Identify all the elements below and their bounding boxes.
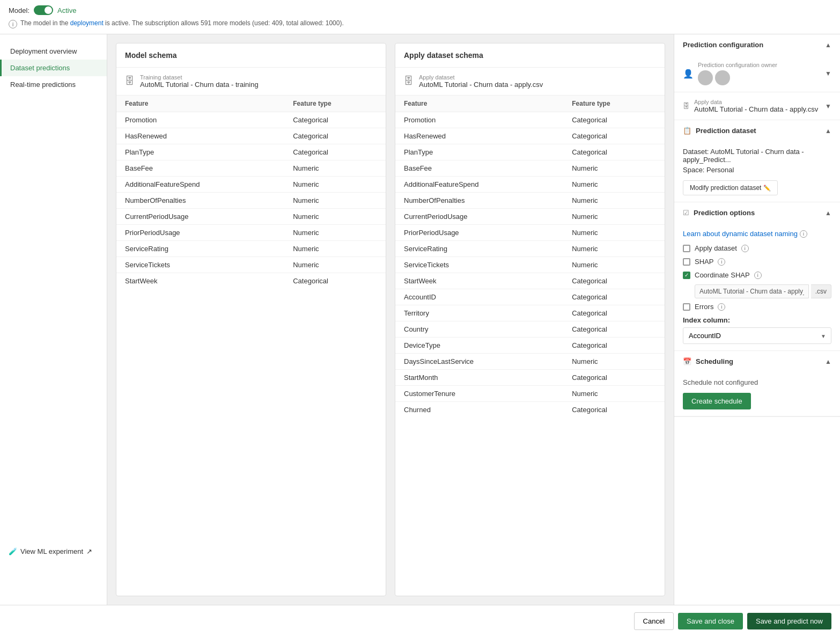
prediction-dataset-content: Dataset: AutoML Tutorial - Churn data - … [674,141,840,202]
create-schedule-button[interactable]: Create schedule [683,393,751,409]
coordinate-shap-option-label: Coordinate SHAP [695,271,750,279]
prediction-config-header[interactable]: Prediction configuration ▲ [674,34,840,55]
scheduling-header[interactable]: 📅 Scheduling ▲ [674,351,840,372]
sidebar-item-deployment-overview[interactable]: Deployment overview [0,43,107,60]
prediction-options-section: ☑ Prediction options ▲ Learn about dynam… [674,202,840,351]
apply-dataset-checkbox[interactable] [683,245,690,252]
model-status: Model: Active [9,5,831,15]
model-schema-table: Feature Feature type PromotionCategorica… [116,96,386,289]
table-row: DeviceTypeCategorical [395,338,665,354]
app-layout: Model: Active i The model in the deploym… [0,0,840,637]
prediction-dataset-chevron: ▲ [825,127,831,135]
table-row: StartWeekCategorical [395,273,665,289]
external-link-icon: ↗ [86,547,92,555]
table-row: StartWeekCategorical [116,273,386,289]
sidebar-item-dataset-predictions[interactable]: Dataset predictions [0,60,107,76]
apply-data-info: 🗄 Apply data AutoML Tutorial - Churn dat… [683,99,818,113]
prediction-config-section: Prediction configuration ▲ 👤 Prediction … [674,34,840,417]
model-active-label: Active [57,6,76,14]
prediction-options-content: Learn about dynamic dataset naming i App… [674,223,840,350]
prediction-options-header[interactable]: ☑ Prediction options ▲ [674,202,840,223]
modify-label: Modify prediction dataset [690,184,761,192]
deployment-link[interactable]: deployment [70,19,104,27]
model-schema-panel: Model schema 🗄 Training dataset AutoML T… [116,43,386,596]
errors-checkbox[interactable] [683,303,690,311]
schedule-not-configured: Schedule not configured [683,378,831,386]
errors-option-row: Errors i [683,303,831,311]
save-predict-button[interactable]: Save and predict now [747,613,831,629]
errors-info-icon[interactable]: i [718,303,725,311]
scheduling-content: Schedule not configured Create schedule [674,372,840,416]
owner-row: 👤 Prediction configuration owner ▼ [683,62,831,85]
apply-col-feature: Feature [395,96,563,112]
table-row: DaysSinceLastServiceNumeric [395,354,665,370]
apply-dataset-label: Apply dataset [419,74,543,80]
table-row: AdditionalFeatureSpendNumeric [116,177,386,193]
apply-schema-panel: Apply dataset schema 🗄 Apply dataset Aut… [395,43,665,596]
table-row: PriorPeriodUsageNumeric [116,225,386,241]
checklist-icon: ☑ [683,209,689,217]
shap-info-icon[interactable]: i [718,258,725,266]
table-row: ServiceTicketsNumeric [116,257,386,273]
model-dataset-name: AutoML Tutorial - Churn data - training [140,80,259,89]
table-row: CurrentPeriodUsageNumeric [116,209,386,225]
top-bar: Model: Active i The model in the deploym… [0,0,840,34]
prediction-dataset-line1: Dataset: AutoML Tutorial - Churn data - … [683,148,831,164]
coordinate-shap-checkbox[interactable] [683,272,690,279]
edit-icon: ✏️ [763,185,771,192]
apply-data-chevron: ▼ [825,102,831,110]
scheduling-title: Scheduling [696,357,733,365]
table-row: NumberOfPenaltiesNumeric [395,193,665,209]
db-icon-right: 🗄 [683,102,690,110]
owner-info: 👤 Prediction configuration owner [683,62,777,85]
db-icon-apply: 🗄 [404,76,414,87]
table-row: PlanTypeCategorical [116,144,386,160]
apply-dataset-option-label: Apply dataset [695,244,737,252]
apply-dataset-option-row: Apply dataset i [683,244,831,252]
calendar-icon: 📅 [683,357,691,365]
scheduling-section: 📅 Scheduling ▲ Schedule not configured C… [674,351,840,416]
scheduling-chevron: ▲ [825,358,831,365]
table-row: CountryCategorical [395,321,665,338]
model-label: Model: [9,6,30,14]
bottom-bar: Cancel Save and close Save and predict n… [0,605,840,637]
model-col-feature: Feature [116,96,284,112]
coordinate-shap-option-row: Coordinate SHAP i [683,271,831,279]
table-row: BaseFeeNumeric [395,160,665,177]
apply-schema-table: Feature Feature type PromotionCategorica… [395,96,665,418]
apply-dataset-info-icon[interactable]: i [741,245,749,252]
table-row: PriorPeriodUsageNumeric [395,225,665,241]
avatar-1 [698,70,713,85]
prediction-dataset-header[interactable]: 📋 Prediction dataset ▲ [674,120,840,141]
view-experiment-link[interactable]: 🧪 View ML experiment ↗ [9,547,98,555]
info-icon: i [9,20,17,28]
learn-link[interactable]: Learn about dynamic dataset naming i [683,230,831,238]
coordinate-shap-info-icon[interactable]: i [754,272,762,279]
owner-avatars [698,70,777,85]
prediction-dataset-line2: Space: Personal [683,166,831,174]
owner-section: 👤 Prediction configuration owner ▼ [674,55,840,92]
learn-info-icon[interactable]: i [800,230,807,238]
prediction-options-chevron: ▲ [825,209,831,217]
table-row: PromotionCategorical [395,112,665,128]
index-column-select[interactable]: AccountID None [683,327,831,344]
toggle-thumb [45,6,52,14]
model-col-type: Feature type [284,96,386,112]
index-column-select-wrapper: AccountID None [683,327,831,344]
shap-checkbox[interactable] [683,258,690,266]
sidebar-item-realtime-predictions[interactable]: Real-time predictions [0,76,107,93]
table-row: StartMonthCategorical [395,370,665,386]
cancel-button[interactable]: Cancel [634,612,674,630]
save-close-button[interactable]: Save and close [678,613,743,629]
index-column-section: Index column: AccountID None [683,316,831,344]
model-toggle[interactable] [34,5,53,15]
main-area: Deployment overview Dataset predictions … [0,34,840,605]
shap-option-row: SHAP i [683,258,831,266]
shap-filename-input[interactable] [695,284,809,298]
table-icon: 📋 [683,127,691,135]
view-experiment-container: 🧪 View ML experiment ↗ [0,541,107,562]
model-dataset-info: 🗄 Training dataset AutoML Tutorial - Chu… [116,68,386,96]
table-row: AccountIDCategorical [395,289,665,305]
owner-chevron: ▼ [825,70,831,77]
modify-prediction-dataset-button[interactable]: Modify prediction dataset ✏️ [683,180,778,195]
